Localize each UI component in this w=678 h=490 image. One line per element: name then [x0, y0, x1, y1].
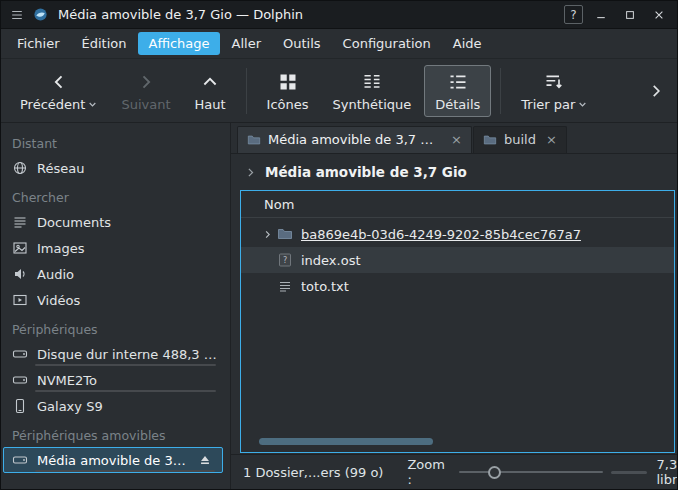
application-menu-icon[interactable]: [8, 6, 25, 23]
hard-drive-icon: [12, 372, 28, 388]
compact-view-button[interactable]: Synthétique: [322, 65, 423, 117]
forward-label: Suivant: [121, 97, 170, 112]
sidebar-item-label: Réseau: [37, 161, 84, 176]
details-view-label: Détails: [435, 97, 480, 112]
tab-label: Média amovible de 3,7 Gio: [268, 132, 441, 147]
sidebar-item-documents[interactable]: Documents: [1, 209, 230, 235]
free-space-bar: [611, 471, 648, 474]
up-label: Haut: [195, 97, 226, 112]
sidebar-item-media-amovible[interactable]: Média amovible de 3,7 ...: [3, 447, 223, 473]
phone-icon: [12, 398, 28, 414]
sidebar-item-audio[interactable]: Audio: [1, 261, 230, 287]
file-row[interactable]: ba869e4b-03d6-4249-9202-85b4cec767a7: [241, 221, 674, 247]
maximize-button[interactable]: [619, 5, 641, 24]
back-button[interactable]: Précédent: [9, 65, 108, 117]
sidebar-item-label: Disque dur interne 488,3 G...: [37, 347, 219, 362]
file-row[interactable]: toto.txt: [241, 273, 674, 299]
toolbar-separator: [500, 68, 501, 114]
chevron-down-icon: [578, 100, 587, 109]
file-name: ba869e4b-03d6-4249-9202-85b4cec767a7: [301, 227, 581, 242]
zoom-label: Zoom :: [407, 457, 451, 487]
status-bar: 1 Dossier,...ers (99 o) Zoom : 7,3 Gio l…: [231, 454, 677, 489]
network-icon: [12, 160, 28, 176]
icons-view-button[interactable]: Icônes: [256, 65, 320, 117]
menu-aide[interactable]: Aide: [443, 32, 492, 55]
sort-by-label: Trier par: [521, 97, 575, 112]
hard-drive-icon: [12, 346, 28, 362]
sidebar-item-label: Documents: [37, 215, 111, 230]
sidebar-item-videos[interactable]: Vidéos: [1, 287, 230, 313]
file-name: toto.txt: [301, 279, 349, 294]
menu-outils[interactable]: Outils: [273, 32, 331, 55]
menu-edition[interactable]: Édition: [72, 32, 137, 55]
sidebar-item-nvme2to[interactable]: NVME2To: [1, 367, 230, 393]
toolbar-separator: [246, 68, 247, 114]
sidebar-item-label: NVME2To: [37, 373, 97, 388]
compact-view-label: Synthétique: [333, 97, 412, 112]
minimize-button[interactable]: [590, 5, 612, 24]
disk-usage-bar: [35, 390, 216, 392]
column-header-nom[interactable]: Nom: [241, 191, 674, 218]
tab-close-icon[interactable]: ×: [546, 133, 557, 146]
menu-bar: Fichier Édition Affichage Aller Outils C…: [1, 29, 677, 59]
section-header-distant: Distant: [1, 127, 230, 155]
breadcrumb: Média amovible de 3,7 Gio: [231, 154, 677, 190]
zoom-slider-handle[interactable]: [488, 466, 501, 479]
folder-icon: [483, 133, 497, 147]
chevron-up-icon: [200, 72, 220, 92]
disk-usage-bar: [35, 470, 215, 472]
eject-icon[interactable]: [198, 453, 212, 467]
help-button[interactable]: ?: [564, 5, 583, 24]
back-label: Précédent: [20, 97, 85, 112]
file-name: index.ost: [301, 253, 361, 268]
sidebar-item-galaxy-s9[interactable]: Galaxy S9: [1, 393, 230, 419]
main-view: Média amovible de 3,7 Gio × build × Médi…: [231, 123, 677, 489]
chevron-left-icon: [49, 72, 69, 92]
details-view-button[interactable]: Détails: [424, 65, 491, 117]
chevron-right-icon[interactable]: [244, 166, 257, 179]
sidebar-item-label: Galaxy S9: [37, 399, 103, 414]
details-view-icon: [448, 72, 468, 92]
menu-aller[interactable]: Aller: [222, 32, 271, 55]
window-title: Média amovible de 3,7 Gio — Dolphin: [58, 7, 303, 22]
up-button[interactable]: Haut: [184, 65, 237, 117]
places-panel: Distant Réseau Chercher Documents Images: [1, 123, 231, 489]
icons-view-label: Icônes: [267, 97, 309, 112]
horizontal-scrollbar[interactable]: [251, 438, 664, 445]
sidebar-item-label: Audio: [37, 267, 74, 282]
title-bar: Média amovible de 3,7 Gio — Dolphin ?: [1, 1, 677, 29]
removable-drive-icon: [12, 452, 28, 468]
expand-chevron-icon[interactable]: [257, 229, 277, 240]
menu-configuration[interactable]: Configuration: [333, 32, 441, 55]
sidebar-item-images[interactable]: Images: [1, 235, 230, 261]
breadcrumb-location[interactable]: Média amovible de 3,7 Gio: [265, 164, 467, 180]
sidebar-item-reseau[interactable]: Réseau: [1, 155, 230, 181]
videos-icon: [12, 292, 28, 308]
menu-affichage[interactable]: Affichage: [138, 32, 219, 55]
scrollbar-thumb[interactable]: [259, 438, 432, 445]
tab-media-amovible[interactable]: Média amovible de 3,7 Gio ×: [237, 126, 472, 153]
toolbar-overflow-button[interactable]: [643, 82, 669, 100]
tool-bar: Précédent Suivant Haut Icônes: [1, 59, 677, 123]
sidebar-item-disque-dur-interne[interactable]: Disque dur interne 488,3 G...: [1, 341, 230, 367]
file-row[interactable]: ? index.ost: [241, 247, 674, 273]
tab-close-icon[interactable]: ×: [451, 133, 462, 146]
folder-icon: [247, 133, 261, 147]
folder-icon: [277, 226, 297, 242]
documents-icon: [12, 214, 28, 230]
tab-build[interactable]: build ×: [473, 126, 567, 153]
dolphin-window: Média amovible de 3,7 Gio — Dolphin ? Fi…: [0, 0, 678, 490]
zoom-slider[interactable]: [459, 465, 602, 479]
icons-view-icon: [278, 72, 298, 92]
sort-icon: [544, 72, 564, 92]
file-rows: ba869e4b-03d6-4249-9202-85b4cec767a7 ? i…: [241, 218, 674, 434]
close-button[interactable]: [648, 5, 670, 24]
chevron-right-icon: [136, 72, 156, 92]
sort-by-button[interactable]: Trier par: [510, 65, 598, 117]
menu-fichier[interactable]: Fichier: [7, 32, 70, 55]
forward-button[interactable]: Suivant: [110, 65, 181, 117]
section-header-peripheriques-amovibles: Périphériques amovibles: [1, 419, 230, 447]
text-file-icon: [277, 278, 297, 294]
sidebar-item-label: Images: [37, 241, 85, 256]
sidebar-item-label: Média amovible de 3,7 ...: [37, 453, 189, 468]
